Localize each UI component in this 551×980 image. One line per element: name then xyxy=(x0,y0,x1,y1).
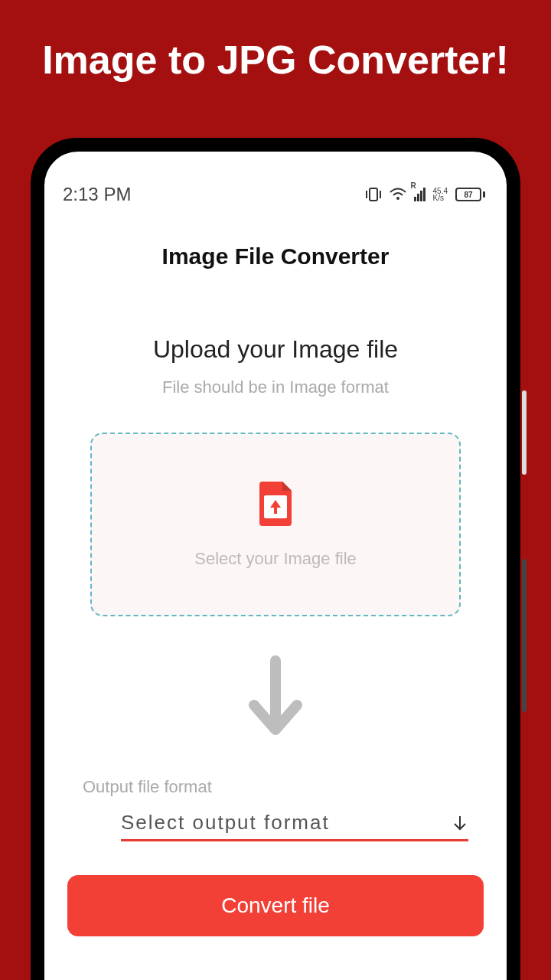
network-rate: 45.4 K/s xyxy=(433,188,448,201)
phone-side-button xyxy=(522,390,527,475)
phone-screen: 2:13 PM R xyxy=(44,152,507,980)
battery-icon: 87 xyxy=(455,188,485,201)
vibrate-icon xyxy=(365,188,382,201)
signal-icon: R xyxy=(414,188,425,201)
upload-subtext: File should be in Image format xyxy=(44,377,507,397)
wifi-icon xyxy=(390,188,406,201)
app-title: Image File Converter xyxy=(44,243,507,270)
upload-dropzone[interactable]: Select your Image file xyxy=(90,433,461,616)
promo-title: Image to JPG Converter! xyxy=(0,0,551,83)
status-icons: R 45.4 K/s 87 xyxy=(365,188,485,201)
chevron-down-icon xyxy=(452,815,468,831)
convert-button-label: Convert file xyxy=(221,893,330,918)
phone-side-button xyxy=(522,559,527,712)
output-format-select[interactable]: Select output format xyxy=(121,811,468,841)
upload-heading: Upload your Image file xyxy=(44,335,507,364)
arrow-down-icon xyxy=(44,655,507,739)
file-upload-icon xyxy=(255,480,296,528)
svg-rect-0 xyxy=(370,188,377,201)
svg-point-3 xyxy=(396,197,399,200)
dropzone-text: Select your Image file xyxy=(194,549,357,569)
phone-frame: 2:13 PM R xyxy=(31,138,520,980)
status-bar: 2:13 PM R xyxy=(44,173,507,216)
output-format-placeholder: Select output format xyxy=(121,811,330,835)
convert-button[interactable]: Convert file xyxy=(67,875,484,936)
status-time: 2:13 PM xyxy=(63,184,131,205)
output-format-label: Output file format xyxy=(83,777,507,797)
